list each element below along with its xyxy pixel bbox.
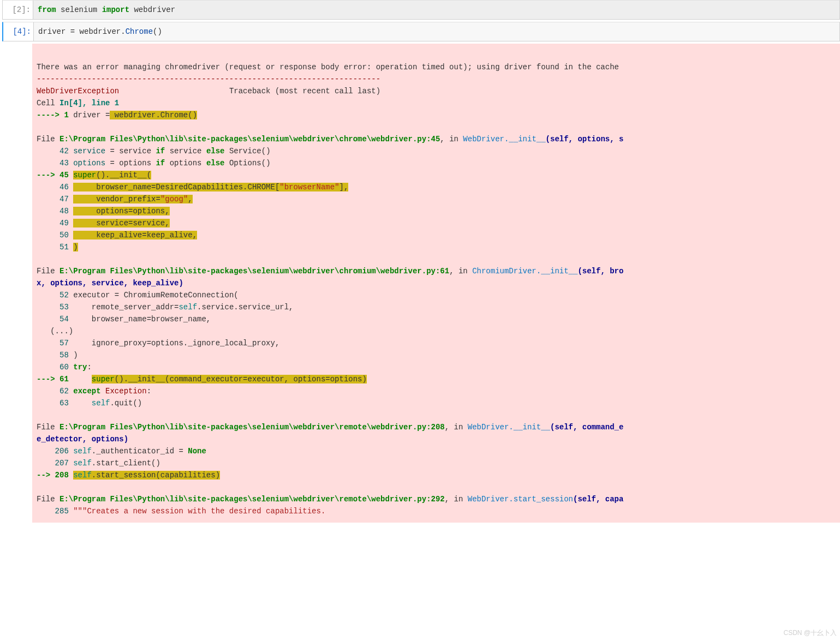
code-text: browser_name=DesiredCapabilities.CHROME[: [78, 183, 280, 191]
variable: driver: [38, 27, 70, 36]
file-path: E:\Program Files\Python\lib\site-package…: [59, 135, 440, 143]
file-prefix: File: [37, 267, 59, 275]
exception-type: Exception: [101, 387, 147, 396]
code-text: ._authenticator_id: [92, 447, 179, 456]
lineno: 52: [37, 291, 73, 299]
keyword: try: [73, 363, 87, 372]
signature-params: (self, options, s: [546, 135, 624, 143]
code-text: vendor_prefix=: [78, 195, 160, 203]
code-text: .start_session(capabilities): [92, 471, 220, 480]
self-ref: self: [178, 303, 197, 311]
output-row: There was an error managing chromedriver…: [2, 44, 840, 523]
code-text: options: [115, 159, 156, 167]
code-text: driver: [73, 111, 105, 119]
lineno: 57: [37, 339, 73, 348]
highlighted-code: options=options,: [78, 207, 170, 215]
code-text: ignore_proxy=options._ignore_local_proxy…: [73, 339, 279, 348]
code-input[interactable]: driver = webdriver.Chrome(): [33, 22, 839, 41]
lineno: 43 options: [37, 159, 110, 167]
code-text: ],: [339, 183, 349, 191]
ellipsis: (...): [37, 327, 73, 336]
code-text: options: [165, 159, 206, 167]
highlighted-code: keep_alive=keep_alive,: [78, 231, 197, 239]
code-text: service: [115, 147, 156, 155]
arrow-icon: --> 208: [37, 471, 73, 480]
keyword: if: [156, 159, 165, 167]
traceback-divider: ----------------------------------------…: [37, 75, 380, 83]
exception-name: WebDriverException: [37, 87, 119, 95]
prompt-label: [4]:: [3, 22, 33, 41]
colon: :: [147, 387, 151, 396]
lineno: 51: [37, 243, 73, 251]
lineno: 47: [37, 195, 73, 203]
lineno: 48: [37, 207, 73, 215]
lineno: 53: [37, 303, 73, 311]
in-label: , in: [440, 135, 463, 143]
lineno: 58: [37, 351, 73, 360]
code-text: ().__init__(: [96, 171, 151, 179]
self-ref: self: [73, 459, 92, 468]
keyword-none: None: [183, 447, 206, 456]
keyword: else: [206, 159, 225, 167]
function-name: WebDriver.start_session: [468, 495, 573, 504]
highlighted-code: ): [73, 243, 78, 251]
arrow-icon: ----> 1: [37, 111, 73, 119]
keyword-import: import: [102, 5, 129, 14]
code-cell-2[interactable]: [4]: driver = webdriver.Chrome(): [2, 22, 840, 41]
code-text: remote_server_addr=: [73, 303, 178, 311]
builtin: super: [92, 375, 115, 384]
keyword: except: [73, 387, 100, 396]
lineno: 63: [37, 399, 73, 408]
signature-params: (self, capa: [573, 495, 623, 504]
op: =: [115, 291, 119, 299]
arrow-icon: ---> 45: [37, 171, 73, 179]
string: "goog": [160, 195, 188, 203]
code-text: service: [165, 147, 206, 155]
dot: .: [121, 27, 125, 36]
lineno: 46: [37, 183, 73, 191]
code-text: ,: [188, 195, 192, 203]
op: =: [110, 159, 114, 167]
error-output[interactable]: There was an error managing chromedriver…: [32, 44, 840, 523]
code-cell-1[interactable]: [2]: from selenium import webdriver: [2, 0, 840, 20]
file-prefix: File: [37, 495, 59, 504]
signature-params-cont: x, options, service, keep_alive): [37, 279, 183, 287]
pad: [73, 399, 92, 408]
highlighted-code: webdriver.Chrome(): [110, 111, 197, 119]
lineno: 49: [37, 219, 73, 227]
code-input[interactable]: from selenium import webdriver: [33, 1, 839, 19]
highlighted-code: service=service,: [78, 219, 170, 227]
pad: [73, 375, 92, 384]
lineno: 206: [37, 447, 73, 456]
lineno: 50: [37, 231, 73, 239]
cell-ref: In[4], line 1: [59, 99, 119, 107]
op: =: [110, 147, 114, 155]
file-path: E:\Program Files\Python\lib\site-package…: [59, 495, 445, 504]
lineno: 42 service: [37, 147, 110, 155]
stdout-line: There was an error managing chromedriver…: [37, 63, 619, 71]
output-gutter: [2, 44, 32, 523]
file-path: E:\Program Files\Python\lib\site-package…: [59, 267, 449, 275]
lineno: 62: [37, 387, 73, 396]
lineno: 285: [37, 507, 73, 516]
signature-params-cont: e_detector, options): [37, 435, 128, 444]
module-ref: webdriver: [75, 27, 121, 36]
operator: =: [70, 27, 75, 36]
code-text: executor: [73, 291, 115, 299]
code-text: .start_client(): [92, 459, 160, 468]
in-label: , in: [449, 267, 472, 275]
parens: (): [153, 27, 162, 36]
module-name: selenium: [61, 5, 97, 14]
notebook: [2]: from selenium import webdriver [4]:…: [0, 0, 840, 523]
prompt-label: [2]:: [3, 1, 33, 19]
code-text: .quit(): [110, 399, 142, 408]
lineno: 54: [37, 315, 73, 324]
file-prefix: File: [37, 423, 59, 432]
keyword: else: [206, 147, 225, 155]
builtin: super: [73, 171, 96, 179]
signature-params: (self, command_e: [550, 423, 623, 432]
file-path: E:\Program Files\Python\lib\site-package…: [59, 423, 445, 432]
signature-params: (self, bro: [577, 267, 623, 275]
code-text: Service(): [225, 147, 271, 155]
code-text: Options(): [225, 159, 271, 167]
